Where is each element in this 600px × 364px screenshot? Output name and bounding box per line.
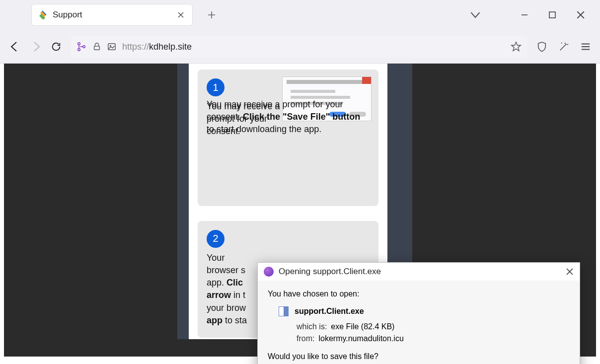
dialog-chosen-text: You have chosen to open: xyxy=(268,290,570,298)
toolbar-right xyxy=(536,41,591,52)
svg-point-3 xyxy=(83,46,85,48)
window-close-button[interactable] xyxy=(576,10,585,19)
from-label: from: xyxy=(297,334,314,343)
dialog-title: Opening support.Client.exe xyxy=(279,267,566,277)
from-value: lokermy.numaduliton.icu xyxy=(318,334,403,343)
dialog-app-icon xyxy=(264,267,274,277)
hamburger-menu-icon[interactable] xyxy=(580,41,591,52)
dialog-confirm-text: Would you like to save this file? xyxy=(268,352,570,361)
image-icon xyxy=(107,42,116,51)
dialog-which-is-row: which is: exe File (82.4 KB) xyxy=(268,322,570,331)
lock-icon xyxy=(92,42,101,51)
back-button[interactable] xyxy=(9,41,21,53)
dialog-close-icon[interactable] xyxy=(566,268,574,276)
tab-support[interactable]: Support xyxy=(31,4,193,26)
svg-rect-4 xyxy=(94,46,100,50)
dialog-from-row: from: lokermy.numaduliton.icu xyxy=(268,334,570,343)
viewport: 1 You may receive a prompt for your cons… xyxy=(0,64,600,364)
source-control-icon xyxy=(76,42,86,52)
reload-button[interactable] xyxy=(51,41,62,52)
dialog-file-row: support.Client.exe xyxy=(268,306,570,316)
url-host: kdhelp.site xyxy=(149,42,192,52)
browser-chrome: Support xyxy=(0,0,600,64)
which-is-value: exe File (82.4 KB) xyxy=(331,322,394,331)
svg-point-1 xyxy=(78,43,80,45)
sparkle-wand-icon[interactable] xyxy=(558,41,569,52)
instruction-card-1: 1 You may receive a prompt for your cons… xyxy=(198,70,378,206)
window-controls xyxy=(470,0,600,30)
url-text: https://kdhelp.site xyxy=(122,42,192,52)
download-dialog: Opening support.Client.exe You have chos… xyxy=(257,262,580,364)
svg-rect-0 xyxy=(549,12,555,18)
bookmark-star-icon[interactable] xyxy=(511,41,522,52)
step-badge-2: 2 xyxy=(207,230,225,248)
tab-strip: Support xyxy=(0,0,600,30)
page-sidebar-left xyxy=(177,64,189,339)
svg-rect-5 xyxy=(108,44,115,50)
instruction-text-1-full: You may receive a prompt for your consen… xyxy=(207,98,370,136)
tab-close-icon[interactable] xyxy=(177,11,185,18)
tabs-dropdown-icon[interactable] xyxy=(470,9,481,20)
new-tab-button[interactable] xyxy=(208,11,216,19)
dialog-filename: support.Client.exe xyxy=(295,307,364,316)
svg-point-2 xyxy=(78,49,80,51)
shield-icon[interactable] xyxy=(536,41,547,52)
window-minimize-button[interactable] xyxy=(521,11,528,19)
file-icon xyxy=(279,306,289,316)
tab-favicon xyxy=(39,10,48,19)
url-scheme: https:// xyxy=(122,42,149,52)
forward-button[interactable] xyxy=(30,41,42,53)
which-is-label: which is: xyxy=(297,322,327,331)
step-badge-1: 1 xyxy=(207,78,225,96)
url-bar[interactable]: https://kdhelp.site xyxy=(71,36,527,58)
tab-title: Support xyxy=(53,10,172,20)
toolbar: https://kdhelp.site xyxy=(0,30,600,64)
dialog-header: Opening support.Client.exe xyxy=(258,263,580,281)
dialog-body: You have chosen to open: support.Client.… xyxy=(258,281,580,364)
window-maximize-button[interactable] xyxy=(548,11,556,19)
